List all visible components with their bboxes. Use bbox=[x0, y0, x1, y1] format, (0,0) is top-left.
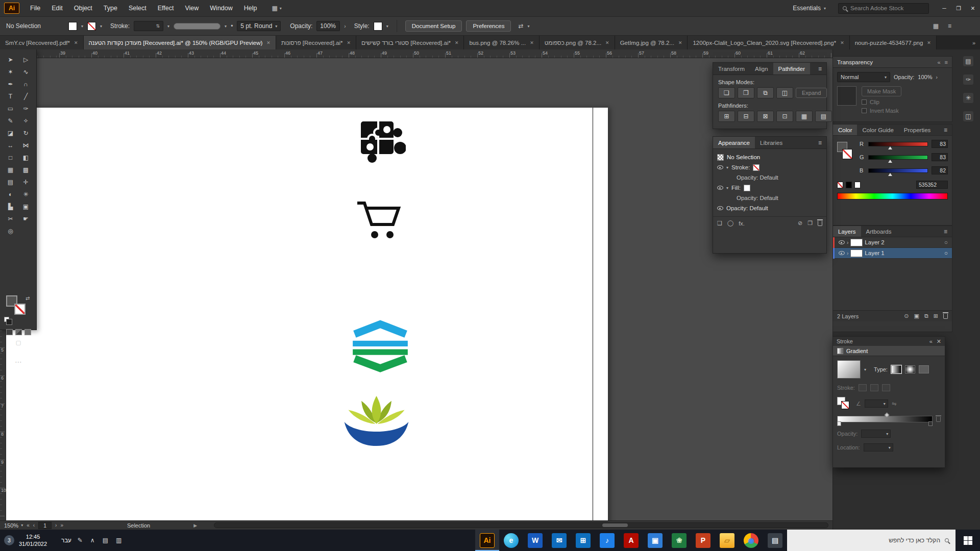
menu-item[interactable]: File bbox=[24, 0, 46, 16]
media-player[interactable]: ♪ bbox=[595, 530, 619, 551]
pathfinder-button[interactable]: ⊡ bbox=[776, 111, 793, 122]
panel-menu-icon[interactable]: ≡ bbox=[945, 59, 948, 65]
stroke-well[interactable] bbox=[841, 401, 849, 409]
magic-wand-tool[interactable]: ✶ bbox=[3, 66, 18, 78]
slider-thumb-icon[interactable] bbox=[888, 173, 892, 176]
layer-target-icon[interactable]: ○ bbox=[944, 239, 952, 245]
lasso-tool[interactable]: ∿ bbox=[18, 66, 34, 78]
chevron-up-icon[interactable]: ∧ bbox=[90, 537, 95, 544]
outlook[interactable]: ✉ bbox=[547, 530, 571, 551]
screen-mode-button[interactable]: ▢ bbox=[0, 339, 37, 346]
delete-stop-icon[interactable] bbox=[936, 417, 941, 422]
menu-item[interactable]: Object bbox=[68, 0, 98, 16]
word[interactable]: W bbox=[523, 530, 547, 551]
delete-layer-icon[interactable] bbox=[943, 314, 948, 319]
taskbar-search-input[interactable]: הקלד כאן כדי לחפש bbox=[787, 530, 955, 551]
chevron-down-icon[interactable]: ▾ bbox=[726, 165, 728, 170]
channel-slider[interactable] bbox=[868, 155, 928, 160]
pencil-tool[interactable]: ✎ bbox=[3, 115, 18, 127]
tab-layers[interactable]: Layers bbox=[833, 226, 861, 237]
document-tab[interactable]: כספומט.png @ 78.2... ✕ bbox=[540, 36, 615, 49]
libraries-panel-icon[interactable]: ◫ bbox=[963, 111, 973, 121]
duplicate-item-icon[interactable]: ❐ bbox=[807, 220, 813, 227]
chevron-down-icon[interactable]: ▾ bbox=[527, 24, 529, 29]
cart-artwork[interactable] bbox=[354, 198, 403, 242]
touch-keyboard-icon[interactable]: ▤ bbox=[103, 537, 108, 544]
selection-tool[interactable]: ➤ bbox=[3, 54, 18, 65]
eraser-tool[interactable]: ◪ bbox=[3, 127, 18, 139]
tab-gradient[interactable]: Gradient bbox=[833, 346, 945, 356]
draw-inside-mode[interactable] bbox=[24, 329, 31, 335]
visibility-eye-icon[interactable] bbox=[839, 240, 845, 244]
close-panel-icon[interactable]: ✕ bbox=[937, 338, 941, 345]
chevron-right-icon[interactable]: › bbox=[936, 74, 938, 80]
linear-gradient-button[interactable] bbox=[891, 365, 901, 373]
status-menu-icon[interactable]: ▶ bbox=[193, 523, 197, 528]
opacity-input[interactable]: 100% bbox=[316, 21, 340, 31]
pen-icon[interactable]: ✎ bbox=[78, 537, 83, 544]
expand-layer-icon[interactable]: › bbox=[847, 240, 848, 245]
menu-item[interactable]: Type bbox=[98, 0, 123, 16]
stroke-weight-stepper[interactable]: ⇅ bbox=[134, 21, 163, 31]
channel-value-input[interactable]: 82 bbox=[932, 166, 948, 174]
horizontal-scrollbar[interactable] bbox=[214, 522, 828, 528]
stop-location-select[interactable]: ▾ bbox=[864, 443, 893, 452]
tab-color[interactable]: Color bbox=[833, 124, 857, 135]
powerpoint[interactable]: P bbox=[691, 530, 715, 551]
tab-artboards[interactable]: Artboards bbox=[861, 226, 897, 237]
artboard-tool[interactable]: ▣ bbox=[18, 201, 34, 212]
blend-mode-select[interactable]: Normal ▾ bbox=[837, 72, 890, 82]
start-button[interactable] bbox=[955, 530, 980, 551]
line-segment-tool[interactable]: ╱ bbox=[18, 90, 34, 102]
paintbrush-tool[interactable]: ✑ bbox=[18, 103, 34, 114]
edit-toolbar-button[interactable]: ⋯ bbox=[0, 358, 37, 366]
chevron-down-icon[interactable]: ▾ bbox=[167, 24, 169, 29]
stroke-opacity-row[interactable]: Opacity: Default bbox=[713, 172, 826, 183]
menu-item[interactable]: Edit bbox=[46, 0, 68, 16]
channel-value-input[interactable]: 83 bbox=[932, 153, 948, 161]
stepper-arrows-icon[interactable]: ⇅ bbox=[156, 23, 160, 29]
symbols-panel-icon[interactable]: ✳ bbox=[963, 93, 973, 103]
stroke-none-swatch[interactable] bbox=[753, 164, 760, 171]
close-tab-icon[interactable]: ✕ bbox=[347, 40, 351, 45]
hand-tool[interactable]: ☛ bbox=[18, 213, 34, 224]
panel-menu-icon[interactable]: ≡ bbox=[948, 22, 951, 30]
canvas-area[interactable] bbox=[0, 49, 832, 520]
stroke-color-control[interactable] bbox=[14, 304, 26, 315]
delete-icon[interactable] bbox=[818, 221, 822, 226]
rectangle-tool[interactable]: ▭ bbox=[3, 103, 18, 114]
stroke-color-well[interactable] bbox=[842, 149, 852, 159]
language-indicator[interactable]: עבר bbox=[61, 537, 71, 543]
document-tab[interactable]: סטורי בורד קשישים [Recovered].ai* ✕ bbox=[356, 36, 464, 49]
visibility-eye-icon[interactable] bbox=[717, 186, 723, 190]
type-tool[interactable]: T bbox=[3, 90, 18, 102]
draw-behind-mode[interactable] bbox=[15, 329, 22, 335]
close-tab-icon[interactable]: ✕ bbox=[840, 40, 844, 45]
blend-tool[interactable]: ◐ bbox=[3, 188, 18, 200]
pathfinder-button[interactable]: ⊠ bbox=[757, 111, 774, 122]
next-artboard-icon[interactable]: › bbox=[55, 522, 57, 528]
eyedropper-tool[interactable]: ✛ bbox=[18, 176, 34, 188]
store[interactable]: ⊞ bbox=[571, 530, 595, 551]
variable-width-profile[interactable] bbox=[174, 23, 220, 30]
brushes-panel-icon[interactable]: ✑ bbox=[963, 74, 973, 85]
gradient-midpoint-handle[interactable] bbox=[884, 413, 889, 418]
monitor-icon[interactable]: ▥ bbox=[116, 537, 121, 544]
illustrator[interactable]: Ai bbox=[475, 530, 499, 551]
reverse-gradient-icon[interactable]: ⇋ bbox=[892, 400, 896, 407]
stroke-within-button[interactable] bbox=[859, 384, 867, 391]
curvature-tool[interactable]: ∩ bbox=[18, 78, 34, 90]
document-tab[interactable]: noun-puzzle-4534577.png ✕ bbox=[850, 36, 937, 49]
layer-thumbnail[interactable] bbox=[850, 249, 863, 257]
draw-normal-mode[interactable] bbox=[6, 329, 13, 335]
new-layer-icon[interactable]: ⊞ bbox=[934, 313, 938, 319]
tab-properties[interactable]: Properties bbox=[899, 124, 936, 135]
radial-gradient-button[interactable] bbox=[905, 365, 915, 373]
mesh-tool[interactable]: ▩ bbox=[18, 164, 34, 176]
rotate-tool[interactable]: ↻ bbox=[18, 127, 34, 139]
free-transform-tool[interactable]: □ bbox=[3, 152, 18, 163]
preferences-button[interactable]: Preferences bbox=[466, 20, 511, 32]
close-tab-icon[interactable]: ✕ bbox=[266, 40, 271, 45]
document-tab[interactable]: מעודכן נקודות הטענה [Recovered].ai* @ 15… bbox=[84, 36, 276, 49]
gradient-slider[interactable] bbox=[837, 416, 933, 422]
